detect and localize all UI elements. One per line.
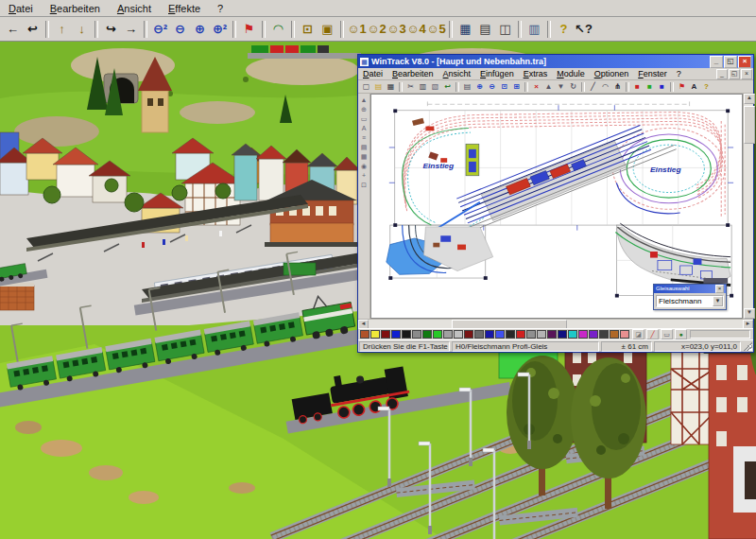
zoom-section-icon[interactable]: ⊡ xyxy=(498,81,510,93)
zoom-out-icon[interactable]: ⊖ xyxy=(486,81,498,93)
color-swatch[interactable] xyxy=(391,330,401,339)
new-file-icon[interactable]: ▢ xyxy=(360,81,372,93)
center-view-icon[interactable]: ⊡ xyxy=(298,19,318,39)
track-switch-icon[interactable]: ⋔ xyxy=(611,81,624,93)
menu-item[interactable]: Einfügen xyxy=(475,69,519,78)
menu-item[interactable]: Fenster xyxy=(633,69,672,78)
color-swatch[interactable] xyxy=(547,330,557,339)
ruler-icon[interactable]: ▭ xyxy=(359,114,369,124)
print-icon[interactable]: ▤ xyxy=(475,19,495,39)
restore-button[interactable]: ◱ xyxy=(724,56,737,68)
color-swatch[interactable] xyxy=(370,330,380,339)
chevron-down-icon[interactable]: ▼ xyxy=(713,296,723,306)
viewpoint-5-icon[interactable]: ☺5 xyxy=(426,19,446,39)
pen-tool-icon[interactable]: ╱ xyxy=(646,329,659,339)
menu-item[interactable]: Bearbeiten xyxy=(387,69,438,78)
paste-icon[interactable]: ▧ xyxy=(429,81,441,93)
save-icon[interactable]: ▦ xyxy=(385,81,397,93)
menu-item[interactable]: Datei xyxy=(358,69,387,78)
color-swatch[interactable] xyxy=(422,330,432,339)
viewpoint-3-icon[interactable]: ☺3 xyxy=(387,19,406,39)
horizontal-scrollbar[interactable]: ◄ ► xyxy=(358,319,753,328)
color-swatch[interactable] xyxy=(610,330,619,339)
grid-icon[interactable]: ▦ xyxy=(359,152,369,162)
color-swatch[interactable] xyxy=(412,330,421,339)
menu-item[interactable]: Module xyxy=(552,69,590,78)
color-swatch[interactable] xyxy=(589,330,598,339)
track-straight-icon[interactable]: ╱ xyxy=(587,81,599,93)
context-help-icon[interactable]: ↖? xyxy=(574,19,593,39)
raise-level-icon[interactable]: ▲ xyxy=(542,81,555,93)
view-turn-left-icon[interactable]: ↩ xyxy=(23,19,43,39)
color-swatch[interactable] xyxy=(474,330,484,339)
color-swatch[interactable] xyxy=(454,330,463,339)
color-swatch[interactable] xyxy=(485,330,494,339)
color-swatch[interactable] xyxy=(558,330,567,339)
eraser-tool-icon[interactable]: ▭ xyxy=(661,329,673,339)
fill-tool-icon[interactable]: ● xyxy=(675,329,687,339)
color-swatch[interactable] xyxy=(464,330,473,339)
lower-level-icon[interactable]: ▼ xyxy=(555,81,567,93)
scroll-down-icon[interactable]: ▼ xyxy=(744,308,755,319)
zoom-all-icon[interactable]: ⊞ xyxy=(510,81,523,93)
menu-item[interactable]: ? xyxy=(672,69,686,78)
print-preview-icon[interactable]: ◫ xyxy=(495,19,515,39)
text-icon[interactable]: A xyxy=(688,81,700,93)
signal-icon[interactable]: ⚑ xyxy=(676,81,688,93)
delete-icon[interactable]: × xyxy=(530,81,542,93)
minimize-button[interactable]: _ xyxy=(710,56,723,68)
color-swatch[interactable] xyxy=(443,330,453,339)
board-icon[interactable]: ▤ xyxy=(359,143,369,152)
child-minimize-button[interactable]: _ xyxy=(716,69,728,79)
color-swatch[interactable] xyxy=(526,330,536,339)
color-swatch[interactable] xyxy=(620,330,629,339)
color-red-icon[interactable]: ■ xyxy=(631,81,644,93)
cut-icon[interactable]: ✂ xyxy=(404,81,417,93)
color-swatch[interactable] xyxy=(516,330,525,339)
color-swatch[interactable] xyxy=(537,330,546,339)
menu-item[interactable]: Bearbeiten xyxy=(42,2,109,15)
vertical-scrollbar[interactable]: ▲ ▼ xyxy=(743,94,753,319)
zoom-in-icon[interactable]: ⊕ xyxy=(190,19,210,39)
color-green-icon[interactable]: ■ xyxy=(644,81,656,93)
zoom-out-2x-icon[interactable]: ⊖² xyxy=(150,19,170,39)
ballast-tool-icon[interactable]: ◪ xyxy=(632,329,644,339)
text-a-icon[interactable]: A xyxy=(359,124,369,133)
print-icon[interactable]: ▤ xyxy=(461,81,473,93)
menu-item[interactable]: Optionen xyxy=(590,69,634,78)
color-swatch[interactable] xyxy=(599,330,609,339)
track-panel-close-icon[interactable]: × xyxy=(715,285,724,293)
view-back-icon[interactable]: ← xyxy=(3,19,23,39)
camera-icon[interactable]: ▣ xyxy=(318,19,337,39)
track-curve-icon[interactable]: ◠ xyxy=(599,81,611,93)
color-swatch[interactable] xyxy=(360,330,369,339)
color-swatch[interactable] xyxy=(506,330,515,339)
color-blue-icon[interactable]: ■ xyxy=(656,81,668,93)
resize-grip[interactable] xyxy=(743,341,752,351)
menu-item[interactable]: Extras xyxy=(519,69,553,78)
view-forward-icon[interactable]: → xyxy=(121,19,141,39)
select-icon[interactable]: ▲ xyxy=(359,96,369,105)
add-icon[interactable]: + xyxy=(359,171,369,181)
scroll-up-icon[interactable]: ▲ xyxy=(744,94,755,104)
viewpoint-2-icon[interactable]: ☺2 xyxy=(367,19,387,39)
help-icon[interactable]: ? xyxy=(700,81,713,93)
zoom-in-icon[interactable]: ⊕ xyxy=(473,81,486,93)
track-panel-titlebar[interactable]: Gleisauswahl × xyxy=(654,285,726,293)
open-folder-icon[interactable]: ▤ xyxy=(372,81,385,93)
point-icon[interactable]: ◉ xyxy=(359,162,369,171)
zoom-out-icon[interactable]: ⊖ xyxy=(170,19,190,39)
zoom-tool-icon[interactable]: ⊕ xyxy=(359,105,369,114)
color-swatch[interactable] xyxy=(568,330,577,339)
copy-icon[interactable]: ▥ xyxy=(417,81,429,93)
color-swatch[interactable] xyxy=(433,330,442,339)
child-close-button[interactable]: × xyxy=(741,69,752,79)
menu-item[interactable]: Effekte xyxy=(160,2,209,15)
zoom-in-2x-icon[interactable]: ⊕² xyxy=(210,19,230,39)
color-swatch[interactable] xyxy=(495,330,505,339)
track-system-select[interactable]: Fleischmann ▼ xyxy=(656,295,724,307)
undo-icon[interactable]: ↩ xyxy=(441,81,454,93)
help-icon[interactable]: ? xyxy=(554,19,574,39)
plan-canvas[interactable]: Einstieg Einstieg Gleisauswahl × Fleisch… xyxy=(370,94,743,319)
view-turn-right-icon[interactable]: ↪ xyxy=(101,19,121,39)
